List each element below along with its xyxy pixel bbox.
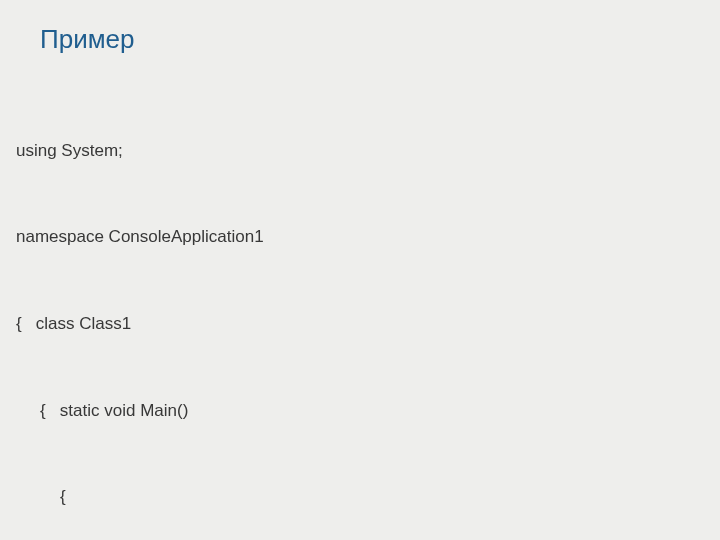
- code-line: {: [60, 483, 704, 512]
- code-line: namespace ConsoleApplication1: [16, 223, 704, 252]
- code-example: using System; namespace ConsoleApplicati…: [16, 79, 704, 540]
- slide-title: Пример: [40, 24, 704, 55]
- code-line: using System;: [16, 137, 704, 166]
- code-line: { static void Main(): [40, 397, 704, 426]
- code-line: { class Class1: [16, 310, 704, 339]
